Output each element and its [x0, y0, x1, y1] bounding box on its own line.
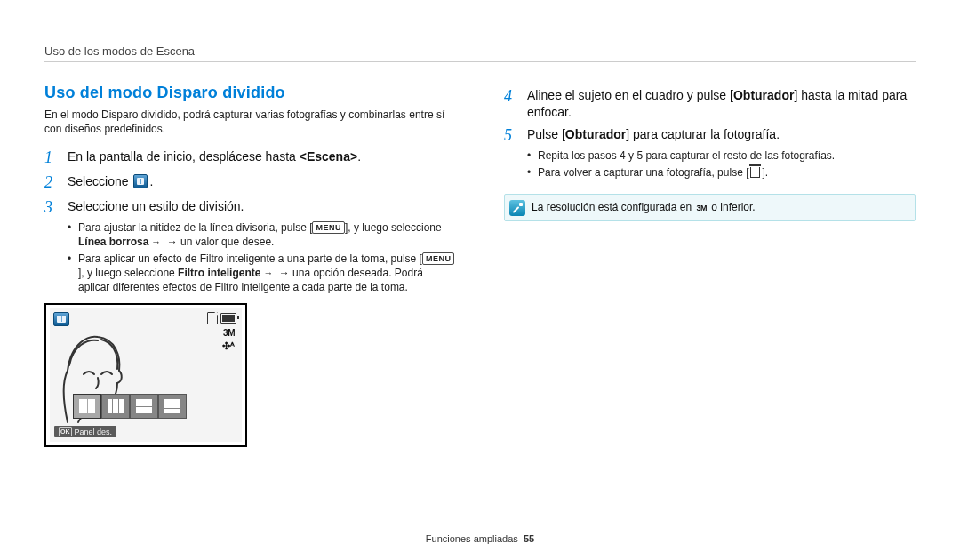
lcd-bottom-hint: OK Panel des.	[54, 426, 116, 437]
resolution-3m-icon: 3M	[696, 204, 707, 214]
split-layout-selector	[73, 394, 187, 419]
resolution-indicator: 3M	[223, 328, 235, 338]
step-2: 2 Seleccione .	[44, 173, 456, 193]
steps-list-left: 1 En la pantalla de inicio, desplácese h…	[44, 148, 456, 217]
sub-3a: Para ajustar la nitidez de la línea divi…	[66, 220, 456, 249]
menu-icon: MENU	[312, 221, 345, 234]
layout-2-vertical	[73, 394, 101, 419]
arrow-icon: →	[263, 268, 273, 278]
step-4: 4 Alinee el sujeto en el cuadro y pulse …	[504, 87, 916, 121]
page-footer: Funciones ampliadas 55	[0, 533, 960, 544]
arrow-icon: →	[151, 236, 161, 247]
lcd-screen: 3M ✣ᴬ	[50, 308, 242, 442]
camera-lcd-illustration: 3M ✣ᴬ	[44, 303, 247, 447]
step-number: 4	[504, 87, 518, 121]
intro-paragraph: En el modo Disparo dividido, podrá captu…	[44, 108, 456, 136]
split-mode-icon	[53, 312, 69, 326]
running-header: Uso de los modos de Escena	[44, 44, 916, 58]
layout-2-horizontal	[130, 394, 158, 419]
lcd-status-icons	[207, 312, 236, 324]
step-number: 3	[44, 198, 59, 218]
two-column-layout: Uso del modo Disparo dividido En el modo…	[44, 82, 916, 447]
ok-icon: OK	[59, 427, 72, 436]
layout-3-horizontal	[158, 394, 187, 419]
sub-3b: Para aplicar un efecto de Filtro intelig…	[66, 252, 456, 295]
right-column: 4 Alinee el sujeto en el cuadro y pulse …	[504, 82, 916, 447]
menu-icon: MENU	[422, 252, 455, 265]
flash-indicator: ✣ᴬ	[222, 340, 235, 352]
sub-5b: Para volver a capturar una fotografía, p…	[525, 165, 916, 180]
step-number: 1	[44, 148, 59, 168]
step-5: 5 Pulse [Obturador] para capturar la fot…	[504, 126, 916, 146]
step-number: 2	[44, 173, 59, 193]
step-3-sub: Para ajustar la nitidez de la línea divi…	[66, 220, 456, 294]
step-body: Seleccione un estilo de división.	[68, 198, 244, 218]
left-column: Uso del modo Disparo dividido En el modo…	[44, 82, 456, 447]
split-mode-icon	[133, 174, 148, 188]
step-3: 3 Seleccione un estilo de división.	[44, 198, 456, 218]
sd-card-icon	[207, 312, 218, 324]
section-heading: Uso del modo Disparo dividido	[44, 84, 456, 102]
step-body: Alinee el sujeto en el cuadro y pulse [O…	[527, 87, 916, 121]
steps-list-right: 4 Alinee el sujeto en el cuadro y pulse …	[504, 87, 916, 145]
manual-page: Uso de los modos de Escena Uso del modo …	[0, 0, 960, 560]
note-text: La resolución está configurada en 3M o i…	[530, 195, 764, 221]
step-body: Pulse [Obturador] para capturar la fotog…	[527, 126, 780, 146]
trash-icon	[750, 167, 760, 178]
layout-3-vertical	[101, 394, 130, 419]
sub-5a: Repita los pasos 4 y 5 para capturar el …	[525, 148, 916, 163]
step-5-sub: Repita los pasos 4 y 5 para capturar el …	[525, 148, 916, 179]
step-body: En la pantalla de inicio, desplácese has…	[68, 148, 361, 168]
note-icon	[505, 195, 530, 221]
note-box: La resolución está configurada en 3M o i…	[504, 194, 916, 222]
battery-icon	[220, 313, 236, 324]
step-body: Seleccione .	[68, 173, 153, 193]
header-rule	[44, 61, 916, 62]
step-number: 5	[504, 126, 518, 146]
step-1: 1 En la pantalla de inicio, desplácese h…	[44, 148, 456, 168]
